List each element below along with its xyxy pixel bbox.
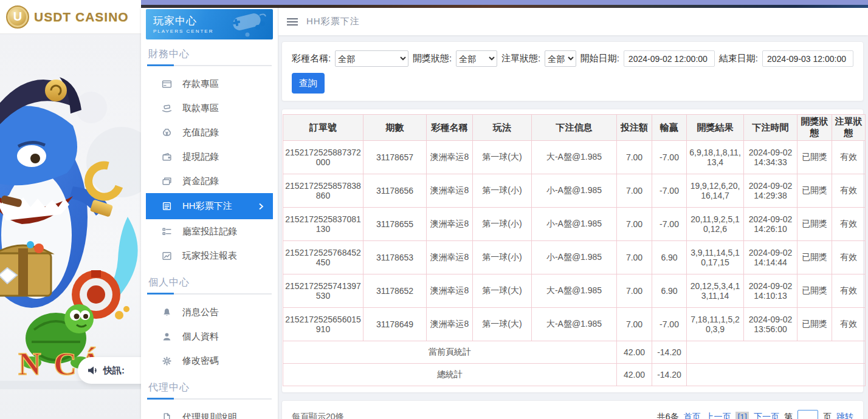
- table-cell: 已開獎: [797, 274, 832, 308]
- filter-button-row: 查詢: [292, 73, 853, 94]
- total-summary-row: 總統計 42.00 -14.20: [283, 364, 866, 386]
- total-summary-label: 總統計: [283, 364, 617, 386]
- sidebar-item-withdraw-hand[interactable]: 取款專區: [146, 96, 273, 120]
- table-cell: 有效: [832, 308, 866, 341]
- first-page-link[interactable]: 首页: [683, 412, 700, 419]
- sidebar-item-label: 充值記錄: [182, 127, 219, 138]
- table-cell: 大-A盤@1.985: [532, 141, 617, 174]
- search-button[interactable]: 查詢: [292, 73, 325, 94]
- bell-icon: [162, 307, 172, 318]
- prev-page-link[interactable]: 上一页: [705, 412, 731, 419]
- current-page-indicator: [1]: [735, 412, 749, 419]
- sidebar-item-gear[interactable]: 修改密碼: [146, 349, 273, 373]
- table-cell: 6.90: [652, 274, 687, 308]
- table-cell: 澳洲幸运8: [427, 208, 473, 241]
- page-summary-row: 當前頁統計 42.00 -14.20: [283, 341, 866, 364]
- table-cell: -7.00: [652, 141, 687, 174]
- section-divider: [147, 65, 272, 66]
- section-divider: [147, 398, 272, 400]
- table-cell: 31178649: [363, 308, 427, 341]
- column-header: 下注時間: [744, 115, 797, 141]
- table-cell: 有效: [832, 241, 866, 274]
- order-status-label: 注單狀態:: [501, 53, 540, 64]
- column-header: 輸贏: [652, 115, 687, 141]
- total-summary-bet: 42.00: [617, 364, 652, 386]
- end-date-input[interactable]: [762, 50, 853, 67]
- hamburger-menu-icon[interactable]: [287, 18, 298, 26]
- sidebar-item-deposit-card[interactable]: 存款專區: [146, 72, 273, 96]
- gear-icon: [162, 356, 172, 366]
- table-cell: 2152172525768452450: [283, 241, 363, 274]
- sidebar-item-recharge-moneybag[interactable]: 充值記錄: [146, 120, 273, 145]
- page-summary-winloss: -14.20: [652, 341, 687, 364]
- main-header: HH彩票下注: [278, 8, 868, 35]
- table-cell: 2152172525887372000: [283, 141, 363, 174]
- table-cell: 2024-09-02 14:26:10: [744, 208, 797, 241]
- report-chart-icon: [162, 251, 172, 261]
- gamepad-icon: [229, 13, 267, 37]
- sidebar-item-document[interactable]: 代理規則說明: [146, 405, 273, 419]
- table-row: 215217252583708113031178655澳洲幸运8第一球(小)小-…: [283, 208, 866, 241]
- sidebar: 玩家中心 PLAYERS CENTER 財務中心存款專區取款專區充值記錄提現記錄…: [141, 8, 278, 419]
- page-size-text: 每頁顯示20條: [292, 412, 344, 419]
- sidebar-item-bell[interactable]: 消息公告: [146, 300, 273, 324]
- column-header: 注單狀態: [832, 115, 866, 141]
- sidebar-item-funds-ticket[interactable]: 資金記錄: [146, 169, 273, 193]
- table-cell: 20,11,9,2,5,10,12,6: [687, 208, 744, 241]
- column-header: 期數: [363, 115, 427, 141]
- table-cell: 7.00: [617, 308, 652, 341]
- sidebar-item-user[interactable]: 個人資料: [146, 324, 273, 349]
- room-list-icon: [162, 227, 172, 237]
- table-cell: 澳洲幸运8: [427, 274, 473, 308]
- chevron-right-icon: [258, 202, 264, 211]
- draw-status-label: 開獎狀態:: [413, 53, 452, 64]
- table-cell: 已開獎: [797, 141, 832, 174]
- sidebar-item-room-list[interactable]: 廳室投註記錄: [146, 219, 273, 244]
- sidebar-item-label: 代理規則說明: [182, 412, 237, 419]
- table-cell: -7.00: [652, 308, 687, 341]
- lottery-book-icon: [162, 201, 172, 211]
- draw-status-select[interactable]: 全部: [456, 50, 497, 67]
- lottery-name-label: 彩種名稱:: [292, 53, 331, 64]
- table-cell: 第一球(小): [473, 208, 532, 241]
- order-status-select[interactable]: 全部: [545, 50, 576, 67]
- lottery-name-select[interactable]: 全部: [335, 50, 408, 67]
- table-cell: 大-A盤@1.985: [532, 308, 617, 341]
- main-area: HH彩票下注 彩種名稱: 全部 開獎狀態: 全部 注單狀態: 全部 開始日期: …: [278, 8, 868, 419]
- table-cell: 2024-09-02 14:14:44: [744, 241, 797, 274]
- start-date-label: 開始日期:: [580, 53, 619, 64]
- page-title: HH彩票下注: [306, 16, 360, 27]
- table-cell: 第一球(小): [473, 174, 532, 208]
- withdrawal-wallet-icon: [162, 152, 172, 162]
- table-cell: 澳洲幸运8: [427, 308, 473, 341]
- table-cell: 31178656: [363, 174, 427, 208]
- sidebar-item-report-chart[interactable]: 玩家投注報表: [146, 244, 273, 268]
- ticker-label: 快訊:: [103, 365, 125, 376]
- document-icon: [162, 412, 172, 419]
- filter-row: 彩種名稱: 全部 開獎狀態: 全部 注單狀態: 全部 開始日期: 結束日期:: [292, 50, 853, 67]
- column-header: 開獎狀態: [797, 115, 832, 141]
- table-cell: 2152172525656015910: [283, 308, 363, 341]
- jump-button[interactable]: 跳转: [836, 412, 853, 419]
- sidebar-item-lottery-book[interactable]: HH彩票下注: [146, 193, 273, 219]
- table-cell: 小-A盤@1.985: [532, 174, 617, 208]
- column-header: 彩種名稱: [427, 115, 473, 141]
- table-cell: 2024-09-02 14:10:13: [744, 274, 797, 308]
- page-jump-input[interactable]: [797, 410, 818, 419]
- news-ticker: 快訊:: [78, 357, 151, 384]
- table-cell: 2024-09-02 13:56:00: [744, 308, 797, 341]
- sidebar-item-withdrawal-wallet[interactable]: 提現記錄: [146, 145, 273, 169]
- table-cell: 有效: [832, 274, 866, 308]
- speaker-icon: [88, 366, 98, 375]
- table-cell: 7.00: [617, 208, 652, 241]
- column-header: 投注額: [617, 115, 652, 141]
- start-date-input[interactable]: [624, 50, 715, 67]
- next-page-link[interactable]: 下一页: [754, 412, 779, 419]
- sidebar-section-title: 個人中心: [148, 276, 273, 289]
- table-cell: 7.00: [617, 174, 652, 208]
- promo-column: U USDT CASINO: [0, 0, 141, 419]
- table-cell: 31178653: [363, 241, 427, 274]
- table-cell: 7.00: [617, 274, 652, 308]
- table-cell: 第一球(小): [473, 241, 532, 274]
- filter-panel: 彩種名稱: 全部 開獎狀態: 全部 注單狀態: 全部 開始日期: 結束日期: 查…: [281, 41, 864, 101]
